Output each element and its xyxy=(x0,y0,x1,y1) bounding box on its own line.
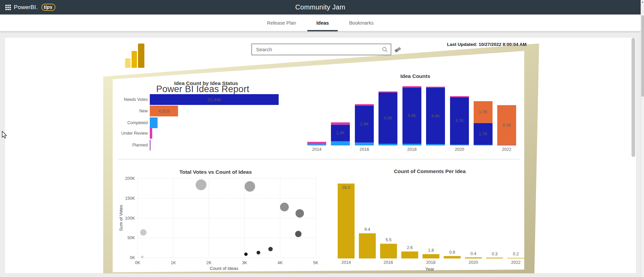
comments-bar-2016[interactable] xyxy=(380,244,397,258)
svg-text:100K: 100K xyxy=(125,216,135,221)
svg-text:Idea Counts: Idea Counts xyxy=(400,73,430,79)
comments-bar-2020[interactable] xyxy=(465,257,482,258)
idea-count-segment-2017-lightblue[interactable] xyxy=(379,144,397,145)
svg-text:0.9: 0.9 xyxy=(449,250,455,255)
powerbi-tips-logo[interactable]: PowerBI. tips xyxy=(0,4,55,11)
svg-text:2022: 2022 xyxy=(502,147,511,152)
idea-count-segment-2014-magenta[interactable] xyxy=(307,142,326,144)
svg-text:0.4: 0.4 xyxy=(471,251,476,256)
comments-bar-2022[interactable] xyxy=(507,258,524,258)
scatter-bubble-7[interactable] xyxy=(295,231,302,237)
idea-count-segment-2021-lightblue[interactable] xyxy=(474,145,493,145)
last-updated-text: Last Updated: 10/27/2022 8:00:04 AM xyxy=(447,42,535,47)
svg-text:2014: 2014 xyxy=(341,260,351,265)
tab-bookmarks[interactable]: Bookmarks xyxy=(349,15,374,31)
comments-bar-2019[interactable] xyxy=(444,256,460,258)
comments-bar-2015[interactable] xyxy=(359,233,376,258)
svg-text:1.3K: 1.3K xyxy=(336,131,345,135)
svg-text:0K: 0K xyxy=(135,260,140,265)
svg-text:4.4K: 4.4K xyxy=(431,114,440,118)
svg-text:4.0K: 4.0K xyxy=(384,116,392,120)
idea-count-segment-2017-magenta[interactable] xyxy=(379,91,397,92)
scroll-up-arrow-icon[interactable]: ▲ xyxy=(641,1,644,3)
idea-count-segment-2014-lightblue[interactable] xyxy=(307,144,326,145)
idea-count-segment-2018-lightblue[interactable] xyxy=(402,144,421,145)
svg-text:0.3: 0.3 xyxy=(492,252,497,256)
idea-count-segment-2016-lightblue[interactable] xyxy=(355,143,374,145)
idea-count-segment-2020-lightblue[interactable] xyxy=(450,145,469,145)
eraser-icon xyxy=(394,46,402,53)
svg-text:3.7K: 3.7K xyxy=(455,118,464,123)
idea-count-segment-2015-lightblue[interactable] xyxy=(331,141,350,145)
mouse-cursor-icon xyxy=(2,131,7,139)
report-title: Power BI Ideas Report xyxy=(156,84,249,94)
svg-text:4K: 4K xyxy=(278,260,283,265)
scatter-bubble-9[interactable] xyxy=(256,251,260,254)
svg-text:New: New xyxy=(139,109,148,113)
browser-scrollbar[interactable]: ▲ xyxy=(641,0,644,277)
svg-text:Needs Votes: Needs Votes xyxy=(124,97,148,102)
svg-text:0.2: 0.2 xyxy=(513,252,519,256)
report-scrollbar-thumb[interactable] xyxy=(632,38,635,157)
svg-text:4,919: 4,919 xyxy=(159,109,170,114)
svg-text:Year: Year xyxy=(425,267,435,272)
svg-text:1.7K: 1.7K xyxy=(479,110,487,114)
brand-badge: tips xyxy=(41,4,56,11)
svg-text:200K: 200K xyxy=(125,176,135,181)
svg-text:2022: 2022 xyxy=(511,260,521,265)
svg-text:1.7K: 1.7K xyxy=(479,132,487,136)
idea-count-segment-2016-magenta[interactable] xyxy=(355,104,374,106)
svg-text:Completed: Completed xyxy=(128,120,148,125)
tab-ideas[interactable]: Ideas xyxy=(316,15,329,31)
scatter-bubble-4[interactable] xyxy=(245,181,255,192)
svg-text:28.0: 28.0 xyxy=(342,185,350,190)
svg-text:9.4: 9.4 xyxy=(364,227,370,232)
idea-count-segment-2019-lightblue[interactable] xyxy=(426,144,445,145)
comments-bar-2017[interactable] xyxy=(401,251,418,258)
idea-count-segment-2018-magenta[interactable] xyxy=(402,86,421,87)
tab-release-plan[interactable]: Release Plan xyxy=(267,15,296,31)
idea-count-segment-2019-magenta[interactable] xyxy=(426,87,445,88)
svg-text:1.6: 1.6 xyxy=(428,248,434,253)
scatter-bubble-1[interactable] xyxy=(141,256,144,258)
app-header: PowerBI. tips Community Jam xyxy=(0,0,641,15)
scatter-bubble-8[interactable] xyxy=(268,247,273,251)
svg-text:2020: 2020 xyxy=(469,260,478,265)
screen: { "header": { "brand": "PowerBI.", "bran… xyxy=(0,0,644,277)
status-bar-planned[interactable] xyxy=(150,140,150,150)
svg-text:Sum of Votes: Sum of Votes xyxy=(118,205,123,231)
search-input[interactable] xyxy=(252,47,379,52)
svg-text:Total Votes vs Count of Ideas: Total Votes vs Count of Ideas xyxy=(179,169,252,175)
svg-text:Count of Comments Per Idea: Count of Comments Per Idea xyxy=(394,168,466,174)
svg-text:2016: 2016 xyxy=(360,147,369,152)
svg-text:5K: 5K xyxy=(313,260,318,265)
comments-bar-2021[interactable] xyxy=(486,258,503,258)
svg-text:22,446: 22,446 xyxy=(207,97,221,102)
browser-scrollbar-thumb[interactable] xyxy=(641,16,644,96)
idea-count-segment-2015-magenta[interactable] xyxy=(331,122,350,125)
scatter-bubble-5[interactable] xyxy=(280,203,289,212)
svg-text:50K: 50K xyxy=(128,236,135,240)
search-icon[interactable] xyxy=(379,44,391,55)
scatter-bubble-2[interactable] xyxy=(140,229,146,236)
idea-count-segment-2022-purple[interactable] xyxy=(497,145,516,145)
active-tab-underline xyxy=(307,30,338,31)
brand-text: PowerBI. xyxy=(14,4,38,11)
status-bar-completed[interactable] xyxy=(150,117,158,128)
clear-filter-button[interactable] xyxy=(393,46,402,54)
report-card: Idea Count by Idea StatusNeeds Votes22,4… xyxy=(4,37,637,274)
comments-bar-2014[interactable] xyxy=(338,184,355,258)
svg-text:2.6: 2.6 xyxy=(407,245,413,250)
scatter-bubble-3[interactable] xyxy=(196,179,206,190)
svg-text:Planned: Planned xyxy=(132,143,148,147)
comments-bar-2018[interactable] xyxy=(423,254,440,258)
svg-text:2014: 2014 xyxy=(312,147,321,152)
idea-count-segment-2020-magenta[interactable] xyxy=(450,96,469,97)
svg-text:0K: 0K xyxy=(130,255,135,260)
status-bar-under-review[interactable] xyxy=(150,128,152,139)
svg-text:2K: 2K xyxy=(206,260,212,265)
svg-text:150K: 150K xyxy=(125,196,135,201)
scatter-bubble-10[interactable] xyxy=(244,252,248,256)
scatter-bubble-6[interactable] xyxy=(296,209,304,218)
waffle-grid-icon[interactable] xyxy=(5,5,11,10)
